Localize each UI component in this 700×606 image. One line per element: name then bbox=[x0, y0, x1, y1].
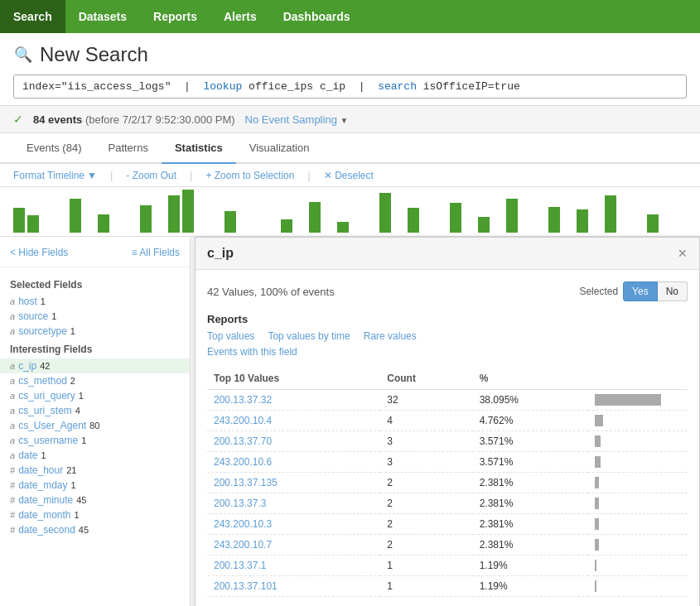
deselect-btn[interactable]: ✕ Deselect bbox=[324, 170, 374, 181]
nav-datasets[interactable]: Datasets bbox=[65, 0, 140, 33]
value-link-7[interactable]: 243.200.10.7 bbox=[214, 539, 272, 551]
nav-dashboards[interactable]: Dashboards bbox=[270, 0, 364, 33]
timeline-bar bbox=[408, 208, 419, 233]
field-cs-username[interactable]: a cs_username 1 bbox=[0, 433, 190, 448]
value-link-3[interactable]: 243.200.10.6 bbox=[214, 456, 272, 468]
sidebar-controls: < Hide Fields ≡ All Fields bbox=[0, 247, 190, 267]
field-detail-modal: c_ip ✕ 42 Values, 100% of events Selecte… bbox=[195, 237, 700, 606]
table-row: 200.13.37.322.381% bbox=[207, 493, 688, 514]
nav-reports[interactable]: Reports bbox=[140, 0, 210, 33]
query-display: index="iis_access_logs" | lookup office_… bbox=[22, 80, 520, 93]
timeline-bar bbox=[337, 222, 349, 233]
rare-values-link[interactable]: Rare values bbox=[364, 330, 417, 342]
field-source[interactable]: a source 1 bbox=[0, 309, 190, 324]
events-with-field-link[interactable]: Events with this field bbox=[207, 346, 297, 358]
table-row: 243.200.10.633.571% bbox=[207, 452, 688, 473]
interesting-fields-header: Interesting Fields bbox=[0, 339, 190, 358]
zoom-out-btn[interactable]: - Zoom Out bbox=[126, 170, 176, 181]
tab-events[interactable]: Events (84) bbox=[13, 133, 94, 164]
modal-title: c_ip bbox=[207, 246, 234, 261]
value-link-6[interactable]: 243.200.10.3 bbox=[214, 518, 272, 530]
timeline-bar bbox=[13, 208, 25, 233]
field-date-mday[interactable]: # date_mday 1 bbox=[0, 478, 190, 493]
hide-fields-btn[interactable]: < Hide Fields bbox=[10, 247, 68, 258]
zoom-to-selection-btn[interactable]: + Zoom to Selection bbox=[205, 170, 294, 181]
field-date[interactable]: a date 1 bbox=[0, 448, 190, 463]
timeline-bar bbox=[647, 214, 659, 233]
timeline-bar bbox=[605, 195, 616, 233]
table-row: 243.200.10.722.381% bbox=[207, 535, 688, 556]
table-row: 243.200.10.444.762% bbox=[207, 411, 688, 431]
value-link-1[interactable]: 243.200.10.4 bbox=[214, 415, 272, 426]
tab-patterns[interactable]: Patterns bbox=[94, 133, 161, 164]
col-count: Count bbox=[380, 368, 472, 390]
timeline-bar bbox=[478, 217, 490, 233]
value-link-4[interactable]: 200.13.37.135 bbox=[214, 477, 278, 488]
col-value: Top 10 Values bbox=[207, 368, 380, 390]
timeline-bar bbox=[548, 207, 560, 233]
timeline-bar bbox=[506, 199, 518, 233]
timeline-bar bbox=[450, 203, 461, 233]
field-sourcetype[interactable]: a sourcetype 1 bbox=[0, 324, 190, 339]
value-link-9[interactable]: 200.13.37.101 bbox=[214, 580, 278, 592]
timeline-bar bbox=[281, 219, 292, 233]
field-host[interactable]: a host 1 bbox=[0, 294, 190, 309]
col-bar bbox=[588, 368, 688, 390]
modal-meta-text: 42 Values, 100% of events bbox=[207, 286, 335, 298]
field-cs-uri-stem[interactable]: a cs_uri_stem 4 bbox=[0, 403, 190, 418]
value-link-5[interactable]: 200.13.37.3 bbox=[214, 498, 266, 509]
table-header-row: Top 10 Values Count % bbox=[207, 368, 688, 390]
top-values-link[interactable]: Top values bbox=[207, 330, 254, 342]
selected-control: Selected Yes No bbox=[579, 281, 688, 301]
no-event-sampling[interactable]: No Event Sampling ▼ bbox=[245, 113, 349, 126]
timeline-chart bbox=[0, 187, 700, 237]
modal-header: c_ip ✕ bbox=[196, 238, 699, 270]
timeline-bar bbox=[168, 195, 180, 233]
table-row: 200.13.37.323238.095% bbox=[207, 390, 688, 411]
table-row: 200.13.37.7033.571% bbox=[207, 431, 688, 452]
tab-visualization[interactable]: Visualization bbox=[236, 133, 323, 164]
tab-statistics[interactable]: Statistics bbox=[162, 133, 236, 164]
selected-fields-header: Selected Fields bbox=[0, 274, 190, 294]
all-fields-btn[interactable]: ≡ All Fields bbox=[132, 247, 180, 258]
nav-search[interactable]: Search bbox=[0, 0, 65, 33]
format-timeline-btn[interactable]: Format Timeline ▼ bbox=[13, 170, 97, 181]
field-date-second[interactable]: # date_second 45 bbox=[0, 522, 190, 537]
modal-meta: 42 Values, 100% of events Selected Yes N… bbox=[207, 281, 688, 301]
yes-button[interactable]: Yes bbox=[623, 281, 658, 301]
reports-title: Reports bbox=[207, 313, 688, 325]
value-link-8[interactable]: 200.13.37.1 bbox=[214, 560, 266, 571]
field-date-month[interactable]: # date_month 1 bbox=[0, 507, 190, 522]
modal-close-btn[interactable]: ✕ bbox=[678, 247, 688, 260]
nav-alerts[interactable]: Alerts bbox=[210, 0, 270, 33]
sidebar: < Hide Fields ≡ All Fields Selected Fiel… bbox=[0, 237, 191, 606]
search-bar[interactable]: index="iis_access_logs" | lookup office_… bbox=[13, 75, 687, 99]
timeline-bar bbox=[27, 215, 39, 233]
field-date-hour[interactable]: # date_hour 21 bbox=[0, 463, 190, 478]
main-content: < Hide Fields ≡ All Fields Selected Fiel… bbox=[0, 237, 700, 606]
no-button[interactable]: No bbox=[658, 281, 688, 301]
top-values-by-time-link[interactable]: Top values by time bbox=[268, 330, 350, 342]
timeline-bar bbox=[140, 205, 152, 233]
field-cs-uri-query[interactable]: a cs_uri_query 1 bbox=[0, 388, 190, 403]
value-link-2[interactable]: 200.13.37.70 bbox=[214, 435, 272, 447]
timeline-bar bbox=[98, 214, 109, 233]
col-pct: % bbox=[473, 368, 588, 390]
table-row: 200.13.37.10111.19% bbox=[207, 576, 688, 597]
value-link-0[interactable]: 200.13.37.32 bbox=[214, 394, 272, 406]
timeline-controls: Format Timeline ▼ | - Zoom Out | + Zoom … bbox=[0, 164, 700, 187]
modal-overlay: c_ip ✕ 42 Values, 100% of events Selecte… bbox=[195, 237, 700, 606]
field-cs-user-agent[interactable]: a cs_User_Agent 80 bbox=[0, 418, 190, 433]
table-row: 200.13.37.111.19% bbox=[207, 556, 688, 576]
field-cs-method[interactable]: a cs_method 2 bbox=[0, 373, 190, 388]
values-table: Top 10 Values Count % 200.13.37.323238.0… bbox=[207, 368, 688, 597]
timeline-bar bbox=[577, 209, 588, 233]
page-title: 🔍 New Search bbox=[13, 43, 687, 66]
timeline-bar bbox=[182, 190, 194, 233]
field-c-ip[interactable]: a c_ip 42 bbox=[0, 358, 190, 373]
top-nav: Search Datasets Reports Alerts Dashboard… bbox=[0, 0, 700, 33]
tabs-bar: Events (84) Patterns Statistics Visualiz… bbox=[0, 133, 700, 164]
table-row: 243.200.10.322.381% bbox=[207, 514, 688, 535]
modal-body: 42 Values, 100% of events Selected Yes N… bbox=[196, 270, 699, 606]
field-date-minute[interactable]: # date_minute 45 bbox=[0, 493, 190, 507]
